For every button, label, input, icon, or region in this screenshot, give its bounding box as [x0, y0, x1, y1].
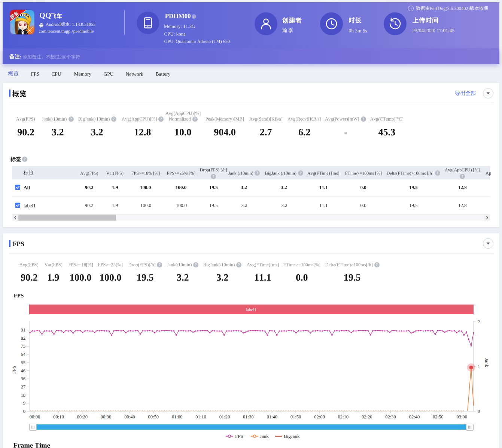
svg-text:46: 46	[21, 368, 26, 373]
svg-text:2: 2	[478, 319, 480, 324]
svg-text:Jank: Jank	[484, 358, 490, 367]
svg-text:02:10: 02:10	[338, 414, 349, 420]
svg-text:91: 91	[21, 327, 26, 333]
svg-text:0: 0	[23, 409, 25, 414]
svg-text:FPS: FPS	[11, 366, 17, 374]
svg-text:64: 64	[21, 352, 26, 357]
svg-text:00:30: 00:30	[101, 414, 111, 420]
svg-text:02:20: 02:20	[362, 414, 372, 420]
svg-text:0: 0	[478, 409, 480, 414]
svg-text:02:00: 02:00	[314, 414, 325, 420]
svg-text:00:50: 00:50	[148, 414, 159, 420]
svg-text:02:40: 02:40	[409, 414, 420, 420]
svg-text:55: 55	[21, 360, 26, 365]
svg-text:27: 27	[21, 384, 26, 390]
svg-text:01:50: 01:50	[290, 414, 301, 420]
svg-text:01:00: 01:00	[172, 414, 182, 420]
svg-text:01:10: 01:10	[195, 414, 206, 420]
svg-text:36: 36	[21, 376, 26, 381]
svg-text:00:20: 00:20	[77, 414, 87, 420]
svg-text:01:40: 01:40	[267, 414, 277, 420]
svg-text:1: 1	[478, 364, 480, 369]
svg-text:03:00: 03:00	[456, 414, 467, 420]
svg-text:01:20: 01:20	[219, 414, 230, 420]
svg-text:00:00: 00:00	[30, 414, 40, 420]
svg-text:9: 9	[23, 400, 25, 406]
svg-text:18: 18	[21, 393, 26, 398]
svg-text:BigJank: BigJank	[284, 433, 300, 439]
svg-text:02:30: 02:30	[385, 414, 396, 420]
svg-text:Jank: Jank	[260, 433, 269, 439]
svg-text:01:30: 01:30	[243, 414, 253, 420]
svg-text:02:50: 02:50	[433, 414, 443, 420]
svg-text:FPS: FPS	[235, 433, 243, 439]
svg-text:00:40: 00:40	[124, 414, 135, 420]
svg-text:00:10: 00:10	[53, 414, 64, 420]
svg-text:73: 73	[21, 343, 26, 349]
svg-text:82: 82	[21, 336, 26, 341]
svg-text:label1: label1	[246, 307, 256, 312]
